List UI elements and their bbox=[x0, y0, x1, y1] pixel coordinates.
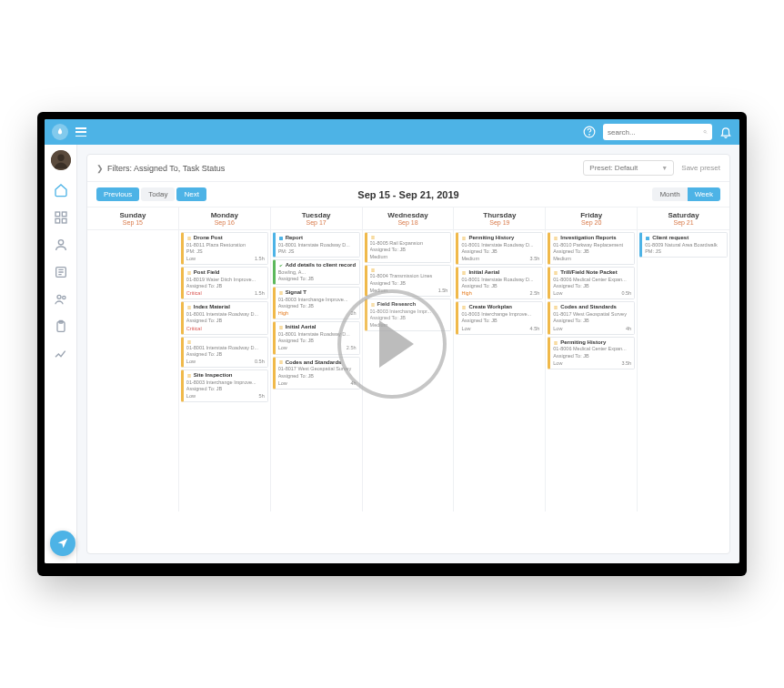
task-title: Add details to client record bbox=[278, 262, 357, 269]
task-card[interactable]: Permiting History01-8001 Interstate Road… bbox=[456, 232, 543, 265]
task-priority: Medium bbox=[553, 256, 571, 262]
bell-icon[interactable] bbox=[719, 126, 732, 138]
task-card[interactable]: Index Material01-8001 Interstate Roadway… bbox=[181, 301, 268, 334]
task-card[interactable]: Investigation Reports01-8010 Parkway Rep… bbox=[548, 232, 635, 265]
task-priority: Low bbox=[461, 326, 470, 332]
task-card[interactable]: Trill/Field Note Packet01-8006 Medical C… bbox=[548, 267, 635, 299]
task-card[interactable]: Add details to client recordBowling, A..… bbox=[273, 259, 360, 285]
day-date: Sep 20 bbox=[546, 219, 637, 226]
task-card[interactable]: 01-8001 Interstate Roadway D...Assigned … bbox=[181, 337, 268, 368]
task-assigned: Assigned To: JB bbox=[553, 318, 631, 324]
svg-point-2 bbox=[704, 130, 707, 133]
calendar-day-header: ThursdaySep 19 bbox=[454, 207, 546, 229]
task-assigned: Assigned To: JB bbox=[278, 303, 357, 309]
task-title: Report bbox=[278, 235, 357, 242]
task-card[interactable]: Initial Aerial01-8001 Interstate Roadway… bbox=[456, 267, 543, 299]
task-project: 01-8001 Interstate Roadway D... bbox=[186, 345, 265, 351]
day-date: Sep 19 bbox=[454, 219, 545, 226]
task-assigned: Assigned To: JB bbox=[186, 386, 265, 392]
home-icon[interactable] bbox=[54, 183, 68, 197]
task-hours: 1.5h bbox=[438, 288, 448, 294]
task-card[interactable]: Client request01-8009 Natural Area Board… bbox=[639, 232, 728, 258]
clipboard-icon[interactable] bbox=[54, 319, 68, 334]
day-date: Sep 18 bbox=[363, 219, 454, 226]
previous-button[interactable]: Previous bbox=[96, 187, 139, 201]
task-priority: Low bbox=[553, 326, 562, 332]
task-project: 01-8004 Transmission Lines bbox=[370, 273, 448, 279]
task-card[interactable]: Report01-8001 Interstate Roadway D...PM:… bbox=[273, 232, 360, 258]
preset-select[interactable]: Preset: Default ▼ bbox=[583, 160, 674, 176]
task-project: 01-8009 Natural Area Boardwalk bbox=[645, 242, 724, 248]
filter-label: Filters: Assigned To, Task Status bbox=[107, 164, 225, 173]
play-icon bbox=[379, 320, 414, 368]
task-title: Client request bbox=[645, 235, 724, 242]
task-card[interactable]: Permiting History01-8006 Medical Center … bbox=[548, 337, 635, 369]
task-hours: 3.5h bbox=[530, 256, 540, 262]
logo-icon bbox=[52, 124, 68, 140]
task-priority: Medium bbox=[370, 254, 388, 260]
task-assigned: Assigned To: JB bbox=[461, 318, 539, 324]
task-project: Bowling, A... bbox=[278, 269, 357, 276]
task-card[interactable]: Drone Post01-8011 Plaza RestorationPM: J… bbox=[181, 232, 268, 265]
calendar-column: Permiting History01-8001 Interstate Road… bbox=[454, 230, 546, 511]
task-hours: 0.5h bbox=[621, 290, 631, 297]
help-icon[interactable] bbox=[583, 126, 596, 138]
week-view-button[interactable]: Week bbox=[688, 187, 720, 201]
task-card[interactable]: Create Workplan01-8003 Interchange Impro… bbox=[456, 301, 543, 334]
svg-point-12 bbox=[62, 296, 65, 298]
chevron-right-icon: ❯ bbox=[96, 164, 104, 173]
task-priority: Critical bbox=[186, 326, 202, 332]
chevron-down-icon: ▼ bbox=[661, 165, 668, 171]
task-project: 01-8011 Plaza Restoration bbox=[186, 242, 265, 248]
task-priority: Low bbox=[553, 290, 562, 297]
task-card[interactable]: 01-8005 Rail ExpansionAssigned To: JBMed… bbox=[365, 232, 452, 263]
task-assigned: Assigned To: JB bbox=[186, 318, 265, 324]
day-date: Sep 16 bbox=[179, 219, 270, 226]
calendar-day-header: SundaySep 15 bbox=[87, 207, 179, 229]
task-title: Index Material bbox=[186, 304, 265, 311]
search-box[interactable] bbox=[603, 124, 712, 140]
calendar-column: Investigation Reports01-8010 Parkway Rep… bbox=[546, 230, 638, 511]
task-assigned: Assigned To: JB bbox=[553, 353, 631, 359]
task-hours: 4.5h bbox=[530, 326, 540, 332]
menu-icon[interactable] bbox=[75, 127, 86, 137]
topbar bbox=[45, 119, 739, 145]
today-button[interactable]: Today bbox=[141, 187, 175, 201]
task-hours: 1.5h bbox=[255, 256, 265, 262]
task-priority: Medium bbox=[461, 256, 479, 262]
task-project: 01-8001 Interstate Roadway D... bbox=[461, 242, 539, 248]
task-assigned: PM: JS bbox=[645, 248, 724, 255]
users-icon[interactable] bbox=[54, 292, 68, 307]
task-card[interactable]: Codes and Standards01-8017 West Geospati… bbox=[548, 301, 635, 334]
task-assigned: Assigned To: JB bbox=[186, 283, 265, 289]
day-date: Sep 15 bbox=[87, 219, 178, 226]
task-card[interactable]: Site Inspection01-8003 Interchange Impro… bbox=[181, 369, 268, 402]
month-view-button[interactable]: Month bbox=[652, 187, 687, 201]
task-card[interactable]: Post Field01-8019 Water Ditch Improve...… bbox=[181, 267, 268, 299]
save-preset-link[interactable]: Save preset bbox=[681, 164, 720, 172]
calendar-column: Client request01-8009 Natural Area Board… bbox=[638, 230, 729, 511]
day-date: Sep 17 bbox=[271, 219, 362, 226]
day-name: Monday bbox=[179, 211, 270, 219]
svg-rect-16 bbox=[646, 237, 649, 240]
search-input[interactable] bbox=[608, 128, 703, 137]
play-button[interactable] bbox=[337, 289, 447, 399]
svg-rect-8 bbox=[62, 218, 66, 223]
filter-bar[interactable]: ❯ Filters: Assigned To, Task Status Pres… bbox=[87, 155, 729, 182]
next-button[interactable]: Next bbox=[176, 187, 206, 201]
day-name: Wednesday bbox=[363, 211, 454, 219]
calendar-toolbar: Previous Today Next Sep 15 - Sep 21, 201… bbox=[87, 182, 729, 207]
task-assigned: Assigned To: JB bbox=[278, 276, 357, 282]
task-title: Site Inspection bbox=[186, 372, 265, 379]
user-icon[interactable] bbox=[54, 238, 68, 252]
avatar[interactable] bbox=[51, 150, 71, 170]
task-priority: Low bbox=[278, 345, 287, 351]
task-assigned: Assigned To: JB bbox=[461, 283, 539, 289]
location-fab[interactable] bbox=[50, 531, 75, 556]
task-hours: 1.5h bbox=[255, 290, 265, 297]
grid-icon[interactable] bbox=[54, 210, 68, 225]
book-icon[interactable] bbox=[54, 265, 68, 279]
task-priority: Low bbox=[186, 359, 196, 365]
chart-icon[interactable] bbox=[54, 347, 68, 361]
task-assigned: PM: JS bbox=[186, 248, 265, 255]
